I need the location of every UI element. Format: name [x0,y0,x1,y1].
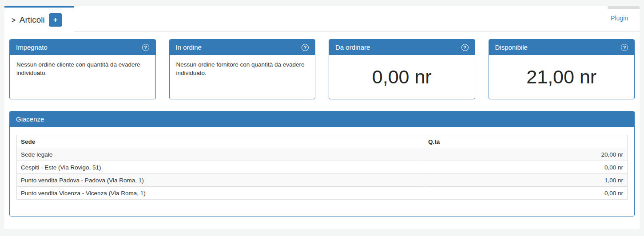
panel-disponibile-title: Disponibile [495,43,528,51]
giacenze-body: Sede Q.tà Sede legale - 20,00 nr Cespiti… [10,127,634,208]
cell-sede: Cespiti - Este (Via Rovigo, 51) [17,161,424,174]
panel-da-ordinare-header: Da ordinare ? [329,39,475,55]
column-header-sede: Sede [17,135,424,148]
panel-in-ordine: In ordine ? Nessun ordine fornitore con … [169,39,316,99]
cell-qta: 20,00 nr [424,148,628,161]
panel-disponibile-header: Disponibile ? [489,39,635,55]
giacenze-title: Giacenze [16,115,44,123]
table-row: Cespiti - Este (Via Rovigo, 51) 0,00 nr [17,161,628,174]
panel-da-ordinare-title: Da ordinare [335,43,370,51]
column-header-qta: Q.tà [424,135,628,148]
panel-disponibile: Disponibile ? 21,00 nr [489,39,635,99]
panel-da-ordinare-value: 0,00 nr [329,55,475,99]
table-row: Sede legale - 20,00 nr [17,148,628,161]
panel-impegnato-message: Nessun ordine cliente con quantità da ev… [10,55,155,83]
panel-in-ordine-title: In ordine [176,43,202,51]
cell-qta: 0,00 nr [424,161,628,174]
table-row: Punto vendita Vicenza - Vicenza (Via Rom… [17,187,628,200]
panel-da-ordinare: Da ordinare ? 0,00 nr [329,39,475,99]
table-header-row: Sede Q.tà [17,135,628,148]
giacenze-header: Giacenze [10,111,634,127]
add-record-button[interactable]: + [49,13,62,27]
panel-impegnato-header: Impegnato ? [10,39,155,55]
panel-in-ordine-message: Nessun ordine fornitore con quantità da … [170,55,315,83]
plus-icon: + [53,16,57,24]
help-icon[interactable]: ? [461,44,469,51]
tab-articoli-label: Articoli [20,15,45,25]
plugin-link[interactable]: Plugin [611,15,628,22]
main-container: > Articoli + Plugin Impegnato ? Nessun o… [4,6,640,229]
cell-qta: 0,00 nr [424,187,628,200]
table-row: Punto vendita Padova - Padova (Via Roma,… [17,174,628,187]
help-icon[interactable]: ? [302,44,309,51]
tab-articoli[interactable]: > Articoli + [4,6,74,32]
panel-impegnato: Impegnato ? Nessun ordine cliente con qu… [9,39,156,99]
chevron-right-icon: > [12,16,16,24]
giacenze-panel: Giacenze Sede Q.tà Sede legale - 20,00 n… [9,111,635,216]
cell-sede: Sede legale - [17,148,424,161]
help-icon[interactable]: ? [142,44,149,51]
cell-sede: Punto vendita Padova - Padova (Via Roma,… [17,174,424,187]
panel-in-ordine-header: In ordine ? [170,39,315,55]
help-icon[interactable]: ? [621,44,628,51]
cell-sede: Punto vendita Vicenza - Vicenza (Via Rom… [17,187,424,200]
panel-disponibile-value: 21,00 nr [489,55,635,99]
tab-bar: > Articoli + Plugin [4,6,640,32]
summary-panels-row: Impegnato ? Nessun ordine cliente con qu… [9,39,635,99]
cell-qta: 1,00 nr [424,174,628,187]
stock-table: Sede Q.tà Sede legale - 20,00 nr Cespiti… [16,135,628,200]
panel-impegnato-title: Impegnato [16,43,48,51]
